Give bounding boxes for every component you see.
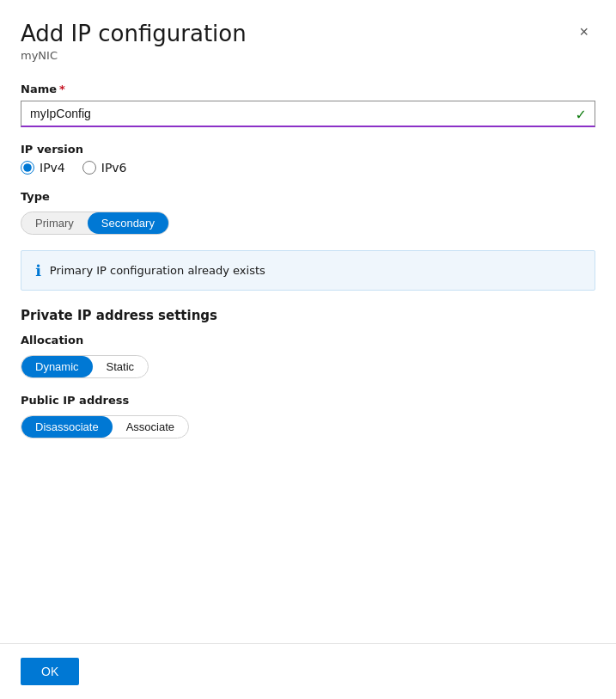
dialog-header: Add IP configuration myNIC × <box>0 0 616 69</box>
dialog-title: Add IP configuration <box>21 21 247 47</box>
disassociate-toggle[interactable]: Disassociate <box>21 416 113 438</box>
private-ip-section-title: Private IP address settings <box>21 308 595 323</box>
public-ip-field-group: Public IP address Disassociate Associate <box>21 394 595 438</box>
type-field-group: Type Primary Secondary <box>21 190 595 235</box>
close-button[interactable]: × <box>572 21 595 43</box>
type-label: Type <box>21 190 595 203</box>
ipv4-radio[interactable] <box>21 161 34 175</box>
public-ip-toggle-group: Disassociate Associate <box>21 415 189 438</box>
check-icon: ✓ <box>576 106 587 122</box>
ipv4-label: IPv4 <box>40 161 65 175</box>
allocation-label: Allocation <box>21 334 595 346</box>
name-input-wrapper: ✓ <box>21 101 595 127</box>
public-ip-label: Public IP address <box>21 394 595 407</box>
static-toggle[interactable]: Static <box>93 356 149 377</box>
allocation-field-group: Allocation Dynamic Static <box>21 334 595 378</box>
name-input[interactable] <box>21 101 595 127</box>
allocation-toggle-group: Dynamic Static <box>21 355 149 378</box>
info-icon: ℹ <box>35 261 41 279</box>
secondary-toggle[interactable]: Secondary <box>88 212 168 234</box>
dialog-body: Name * ✓ IP version IPv4 IPv6 <box>0 69 616 643</box>
name-label: Name * <box>21 83 595 95</box>
header-text: Add IP configuration myNIC <box>21 21 247 62</box>
dynamic-toggle[interactable]: Dynamic <box>21 356 93 377</box>
dialog-footer: OK <box>0 643 616 699</box>
ip-version-field-group: IP version IPv4 IPv6 <box>21 143 595 175</box>
ok-button[interactable]: OK <box>21 658 79 685</box>
ip-version-radio-group: IPv4 IPv6 <box>21 161 595 175</box>
primary-toggle[interactable]: Primary <box>21 212 88 234</box>
ipv4-option[interactable]: IPv4 <box>21 161 65 175</box>
info-banner: ℹ Primary IP configuration already exist… <box>21 250 595 291</box>
type-toggle-group: Primary Secondary <box>21 212 169 235</box>
ipv6-label: IPv6 <box>101 161 127 175</box>
required-star: * <box>59 83 65 95</box>
dialog-subtitle: myNIC <box>21 49 247 62</box>
ipv6-radio[interactable] <box>82 161 96 175</box>
ip-version-label: IP version <box>21 143 595 156</box>
add-ip-configuration-dialog: Add IP configuration myNIC × Name * ✓ IP… <box>0 0 616 699</box>
info-banner-text: Primary IP configuration already exists <box>50 264 265 277</box>
associate-toggle[interactable]: Associate <box>113 416 188 438</box>
ipv6-option[interactable]: IPv6 <box>82 161 127 175</box>
name-field-group: Name * ✓ <box>21 83 595 127</box>
